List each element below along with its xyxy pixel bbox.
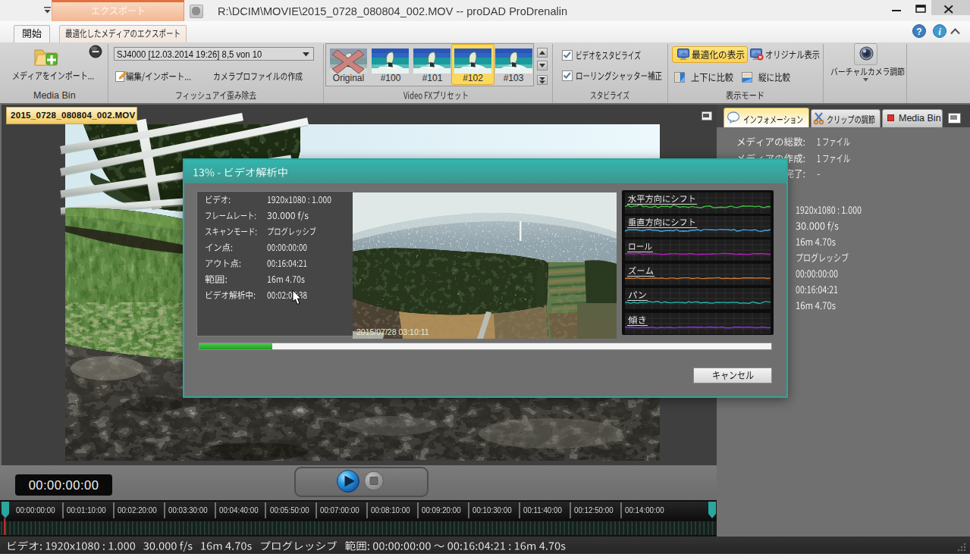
svg-text:i: i [938, 26, 941, 37]
svg-text:?: ? [916, 27, 921, 37]
svg-text:2015/07/28 03:10:11: 2015/07/28 03:10:11 [356, 327, 429, 336]
